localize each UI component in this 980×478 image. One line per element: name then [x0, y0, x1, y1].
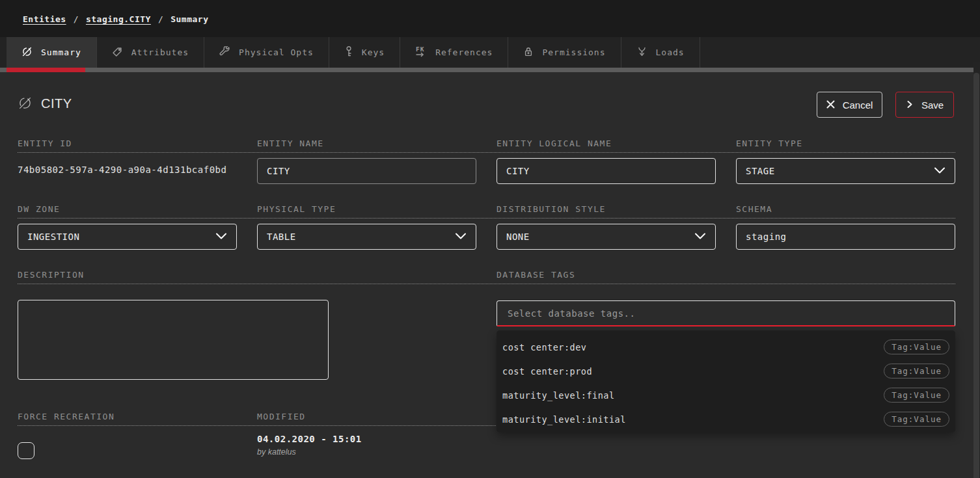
entity-name-input-wrap [257, 158, 476, 184]
database-tags-input[interactable] [506, 308, 946, 319]
save-button[interactable]: Save [895, 92, 954, 118]
modified-by: by kattelus [257, 447, 296, 457]
tab-summary[interactable]: Summary [7, 37, 97, 68]
tag-value-badge: Tag:Value [884, 412, 949, 427]
tag-option[interactable]: cost center:prod Tag:Value [497, 359, 955, 383]
schema-label: SCHEMA [736, 205, 955, 214]
entity-type-label: ENTITY TYPE [736, 139, 955, 148]
schema-input-wrap [736, 224, 955, 250]
dw-zone-value: INGESTION [27, 232, 79, 242]
entity-summary-page: Entities / staging.CITY / Summary Summar… [0, 0, 980, 478]
tab-label: Attributes [131, 47, 189, 57]
tag-option[interactable]: maturity_level:final Tag:Value [497, 383, 955, 407]
tag-option-label: cost center:dev [502, 342, 586, 352]
content: CITY Cancel Save ENTITY ID ENTITY NAME E… [0, 72, 980, 478]
foreign-key-icon: FK [415, 46, 427, 59]
tab-bar: Summary Attributes Physical Opts Keys FK… [0, 37, 980, 68]
breadcrumb-entity[interactable]: staging.CITY [86, 14, 151, 24]
dw-zone-select[interactable]: INGESTION [18, 224, 237, 250]
key-icon [344, 46, 353, 59]
lock-icon [523, 46, 534, 59]
tag-option-label: maturity_level:initial [502, 414, 626, 425]
entity-id-label: ENTITY ID [18, 139, 237, 148]
tab-label: Physical Opts [239, 47, 314, 57]
label-row-3: DESCRIPTION DATABASE TAGS [18, 271, 955, 284]
entity-id-value: 74b05802-597a-4290-a90a-4d131bcaf0bd [18, 158, 252, 175]
chevron-down-icon [455, 232, 467, 242]
entity-logical-name-input-wrap [497, 158, 716, 184]
breadcrumb: Entities / staging.CITY / Summary [23, 14, 209, 24]
description-label: DESCRIPTION [18, 271, 237, 280]
cancel-button[interactable]: Cancel [817, 92, 882, 118]
breadcrumb-separator: / [74, 14, 79, 24]
tag-option-label: cost center:prod [502, 366, 592, 377]
modified-label: MODIFIED [257, 412, 476, 421]
entity-type-value: STAGE [746, 166, 775, 176]
force-recreation-label: FORCE RECREATION [18, 412, 237, 421]
tab-attributes[interactable]: Attributes [97, 37, 204, 68]
label-row-2: DW ZONE PHYSICAL TYPE DISTRIBUTION STYLE… [18, 205, 955, 219]
header: Entities / staging.CITY / Summary [0, 0, 980, 37]
entity-name-input[interactable] [267, 166, 467, 176]
physical-type-value: TABLE [267, 232, 296, 242]
wrench-icon [219, 46, 230, 59]
physical-type-label: PHYSICAL TYPE [257, 205, 476, 214]
entity-icon [18, 96, 33, 113]
tab-references[interactable]: FK References [400, 37, 508, 68]
physical-type-select[interactable]: TABLE [257, 224, 476, 250]
tab-keys[interactable]: Keys [329, 37, 400, 68]
tab-label: References [435, 47, 493, 57]
merge-down-icon [636, 46, 647, 59]
tab-loads[interactable]: Loads [621, 37, 700, 68]
tag-option-label: maturity_level:final [502, 390, 615, 401]
dw-zone-label: DW ZONE [18, 205, 237, 214]
description-textarea[interactable] [18, 300, 328, 379]
database-tags-dropdown: cost center:dev Tag:Value cost center:pr… [497, 330, 955, 432]
entity-logical-name-label: ENTITY LOGICAL NAME [497, 139, 716, 148]
save-label: Save [921, 100, 944, 111]
tab-label: Keys [362, 47, 385, 57]
breadcrumb-current: Summary [170, 14, 208, 24]
description-textarea-wrap [18, 300, 329, 380]
tag-value-badge: Tag:Value [884, 364, 949, 378]
schema-input[interactable] [746, 232, 946, 242]
distribution-style-select[interactable]: NONE [497, 224, 716, 250]
tab-physical-opts[interactable]: Physical Opts [204, 37, 329, 68]
tag-option[interactable]: cost center:dev Tag:Value [497, 335, 955, 359]
tab-underline-track [0, 68, 973, 72]
modified-timestamp: 04.02.2020 - 15:01 [257, 434, 362, 444]
chevron-down-icon [934, 166, 946, 176]
tag-value-badge: Tag:Value [884, 388, 949, 403]
tag-option[interactable]: maturity_level:initial Tag:Value [497, 407, 955, 431]
breadcrumb-separator: / [158, 14, 163, 24]
vertical-scrollbar[interactable] [973, 62, 980, 478]
entity-icon [21, 46, 33, 59]
distribution-style-value: NONE [506, 232, 530, 242]
tag-icon [112, 46, 123, 59]
entity-name-label: ENTITY NAME [257, 139, 476, 148]
entity-type-select[interactable]: STAGE [736, 158, 955, 184]
svg-text:FK: FK [416, 46, 424, 53]
page-title: CITY [41, 96, 72, 111]
force-recreation-checkbox[interactable] [18, 442, 34, 459]
tab-label: Permissions [542, 47, 605, 57]
chevron-down-icon [694, 232, 706, 242]
database-tags-label: DATABASE TAGS [497, 271, 716, 280]
cancel-label: Cancel [843, 100, 873, 111]
breadcrumb-entities[interactable]: Entities [23, 14, 66, 24]
tab-label: Summary [41, 47, 81, 57]
entity-logical-name-input[interactable] [506, 166, 706, 176]
tab-label: Loads [656, 47, 685, 57]
close-icon [826, 100, 835, 111]
label-row-1: ENTITY ID ENTITY NAME ENTITY LOGICAL NAM… [18, 139, 955, 153]
tag-value-badge: Tag:Value [884, 339, 949, 354]
chevron-right-icon [906, 100, 914, 111]
chevron-down-icon [215, 232, 227, 242]
tab-permissions[interactable]: Permissions [508, 37, 621, 68]
active-tab-indicator [7, 68, 85, 72]
scrollbar-thumb[interactable] [973, 73, 979, 478]
database-tags-input-wrap [497, 300, 955, 326]
distribution-style-label: DISTRIBUTION STYLE [497, 205, 716, 214]
